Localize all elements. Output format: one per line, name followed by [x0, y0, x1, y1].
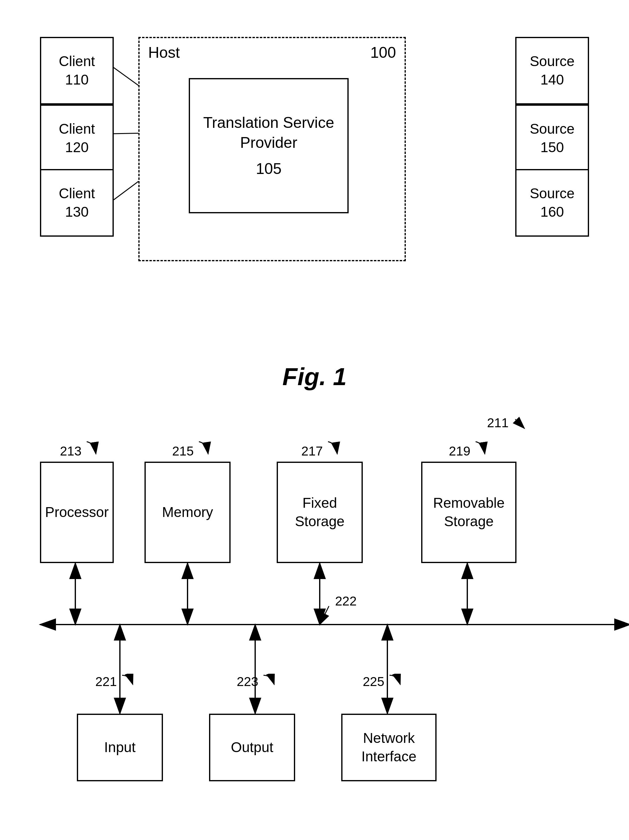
host-label: Host	[148, 44, 180, 62]
tsp-number: 105	[256, 159, 281, 179]
output-number-label: 223	[237, 674, 277, 689]
tsp-label: Translation Service Provider	[203, 113, 334, 153]
system-number: 211	[487, 415, 531, 431]
svg-line-20	[320, 606, 329, 625]
fig1-caption: Fig. 1	[25, 363, 604, 391]
output-box: Output	[209, 714, 295, 781]
svg-line-21	[515, 419, 525, 428]
figure-1: Host 100 Translation Service Provider 10…	[25, 19, 604, 357]
tsp-box: Translation Service Provider 105	[189, 78, 349, 213]
source-140-box: Source 140	[515, 37, 589, 104]
host-number: 100	[370, 44, 396, 62]
network-interface-number-label: 225	[363, 674, 403, 689]
fixed-storage-number-label: 217	[301, 440, 342, 459]
host-box: Host 100 Translation Service Provider 10…	[138, 37, 406, 261]
input-box: Input	[77, 714, 163, 781]
input-number-label: 221	[95, 674, 136, 689]
network-interface-box: Network Interface	[341, 714, 436, 781]
source-160-box: Source 160	[515, 169, 589, 237]
client-130-box: Client 130	[40, 169, 114, 237]
fixed-storage-box: Fixed Storage	[277, 462, 363, 563]
memory-box: Memory	[144, 462, 231, 563]
figure-2: 211 213 215 217 219	[25, 415, 604, 840]
bus-label-222: 222	[335, 594, 357, 609]
removable-storage-number-label: 219	[449, 440, 490, 459]
client-120-box: Client 120	[40, 104, 114, 172]
processor-box: Processor	[40, 462, 114, 563]
removable-storage-box: Removable Storage	[421, 462, 517, 563]
processor-number-label: 213	[60, 440, 101, 459]
source-150-box: Source 150	[515, 104, 589, 172]
memory-number-label: 215	[172, 440, 213, 459]
client-110-box: Client 110	[40, 37, 114, 104]
